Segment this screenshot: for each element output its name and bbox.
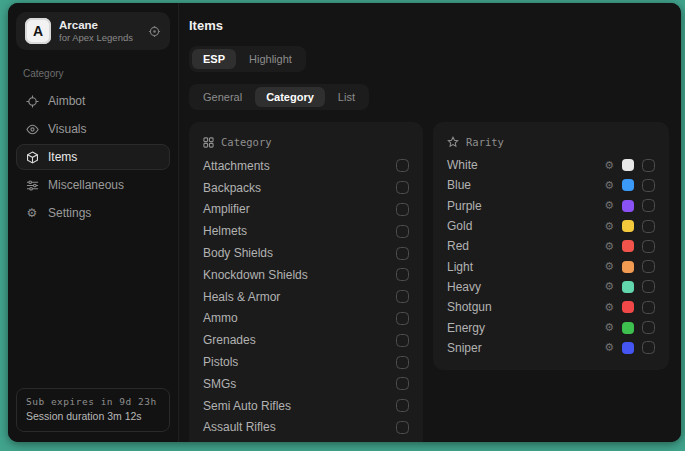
color-swatch[interactable] xyxy=(622,281,634,293)
sidebar-item-miscellaneous[interactable]: Miscellaneous xyxy=(16,172,170,198)
app-logo: A xyxy=(25,18,51,44)
category-checkbox[interactable] xyxy=(396,290,409,303)
category-checkbox[interactable] xyxy=(396,334,409,347)
category-checkbox[interactable] xyxy=(396,181,409,194)
rarity-checkbox[interactable] xyxy=(642,179,655,192)
rarity-checkbox[interactable] xyxy=(642,220,655,233)
category-row: Amplifier xyxy=(203,199,409,221)
category-checkbox[interactable] xyxy=(396,159,409,172)
category-row: Helmets xyxy=(203,220,409,242)
sliders-icon xyxy=(25,179,39,192)
category-label: Semi Auto Rifles xyxy=(203,399,291,413)
category-checkbox[interactable] xyxy=(396,377,409,390)
page-title: Items xyxy=(189,18,669,33)
category-checkbox[interactable] xyxy=(396,421,409,434)
rarity-checkbox[interactable] xyxy=(642,199,655,212)
gear-icon: ⚙ xyxy=(25,207,39,219)
tab-highlight[interactable]: Highlight xyxy=(238,49,303,69)
app-name: Arcane xyxy=(59,18,140,32)
sidebar-item-label: Aimbot xyxy=(48,94,85,108)
category-panel-title: Category xyxy=(221,136,272,148)
category-label: Pistols xyxy=(203,355,238,369)
rarity-row: Sniper⚙ xyxy=(447,338,655,358)
color-swatch[interactable] xyxy=(622,342,634,354)
rarity-checkbox[interactable] xyxy=(642,321,655,334)
color-swatch[interactable] xyxy=(622,220,634,232)
category-checkbox[interactable] xyxy=(396,268,409,281)
rarity-label: Sniper xyxy=(447,341,604,355)
subscription-info-card: Sub expires in 9d 23h Session duration 3… xyxy=(16,388,170,432)
category-checkbox[interactable] xyxy=(396,356,409,369)
rarity-checkbox[interactable] xyxy=(642,341,655,354)
grid-icon xyxy=(203,137,214,148)
eye-icon xyxy=(25,123,39,136)
circle-gear-icon[interactable] xyxy=(148,25,161,38)
gear-icon[interactable]: ⚙ xyxy=(604,342,614,353)
color-swatch[interactable] xyxy=(622,240,634,252)
sidebar-item-label: Settings xyxy=(48,206,91,220)
rarity-checkbox[interactable] xyxy=(642,280,655,293)
color-swatch[interactable] xyxy=(622,301,634,313)
category-row: Backpacks xyxy=(203,177,409,199)
star-icon xyxy=(447,136,459,148)
rarity-checkbox[interactable] xyxy=(642,159,655,172)
rarity-label: Energy xyxy=(447,321,604,335)
rarity-row: Light⚙ xyxy=(447,256,655,276)
category-row: LMGs xyxy=(203,438,409,442)
sub-expires-text: Sub expires in 9d 23h xyxy=(26,395,160,409)
rarity-label: Blue xyxy=(447,178,604,192)
category-row: Heals & Armor xyxy=(203,286,409,308)
category-label: Body Shields xyxy=(203,246,273,260)
color-swatch[interactable] xyxy=(622,179,634,191)
category-label: Helmets xyxy=(203,224,247,238)
category-label: Backpacks xyxy=(203,181,261,195)
category-checkbox[interactable] xyxy=(396,312,409,325)
gear-icon[interactable]: ⚙ xyxy=(604,241,614,252)
rarity-label: Heavy xyxy=(447,280,604,294)
rarity-row: Gold⚙ xyxy=(447,216,655,236)
category-checkbox[interactable] xyxy=(396,247,409,260)
sidebar-item-label: Visuals xyxy=(48,122,86,136)
mode-tab-group: ESP Highlight xyxy=(189,46,306,72)
category-checkbox[interactable] xyxy=(396,399,409,412)
color-swatch[interactable] xyxy=(622,322,634,334)
color-swatch[interactable] xyxy=(622,261,634,273)
sidebar-item-items[interactable]: Items xyxy=(16,144,170,170)
color-swatch[interactable] xyxy=(622,200,634,212)
category-label: Amplifier xyxy=(203,202,250,216)
rarity-row: Heavy⚙ xyxy=(447,277,655,297)
cube-icon xyxy=(25,151,39,164)
tab-esp[interactable]: ESP xyxy=(192,49,236,69)
category-row: Grenades xyxy=(203,329,409,351)
app-subtitle: for Apex Legends xyxy=(59,32,140,44)
gear-icon[interactable]: ⚙ xyxy=(604,221,614,232)
category-row: Semi Auto Rifles xyxy=(203,395,409,417)
rarity-panel-title: Rarity xyxy=(466,136,504,148)
category-label: Knockdown Shields xyxy=(203,268,308,282)
tab-category[interactable]: Category xyxy=(255,87,325,107)
category-label: SMGs xyxy=(203,377,236,391)
rarity-checkbox[interactable] xyxy=(642,301,655,314)
sidebar-item-aimbot[interactable]: Aimbot xyxy=(16,88,170,114)
rarity-label: White xyxy=(447,158,604,172)
gear-icon[interactable]: ⚙ xyxy=(604,322,614,333)
gear-icon[interactable]: ⚙ xyxy=(604,302,614,313)
category-checkbox[interactable] xyxy=(396,203,409,216)
tab-list[interactable]: List xyxy=(327,87,366,107)
sidebar-item-settings[interactable]: ⚙ Settings xyxy=(16,200,170,226)
tab-general[interactable]: General xyxy=(192,87,253,107)
main-content: Items ESP Highlight General Category Lis… xyxy=(179,3,681,442)
category-label: Grenades xyxy=(203,333,256,347)
gear-icon[interactable]: ⚙ xyxy=(604,261,614,272)
gear-icon[interactable]: ⚙ xyxy=(604,200,614,211)
gear-icon[interactable]: ⚙ xyxy=(604,180,614,191)
color-swatch[interactable] xyxy=(622,159,634,171)
gear-icon[interactable]: ⚙ xyxy=(604,160,614,171)
sidebar-item-visuals[interactable]: Visuals xyxy=(16,116,170,142)
category-checkbox[interactable] xyxy=(396,225,409,238)
rarity-checkbox[interactable] xyxy=(642,260,655,273)
gear-icon[interactable]: ⚙ xyxy=(604,281,614,292)
sidebar-section-label: Category xyxy=(23,68,170,79)
rarity-checkbox[interactable] xyxy=(642,240,655,253)
category-row: Attachments xyxy=(203,155,409,177)
